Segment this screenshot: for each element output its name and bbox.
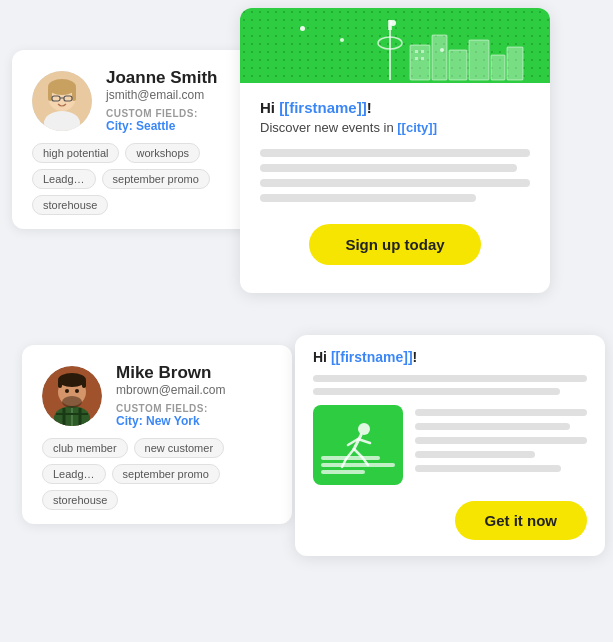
tag-1-2: Leadg…	[32, 169, 96, 189]
profile-custom-label-2: CUSTOM FIELDS:	[116, 403, 226, 414]
profile-custom-label-1: CUSTOM FIELDS:	[106, 108, 217, 119]
two-col-section	[313, 405, 587, 485]
svg-rect-13	[432, 35, 447, 80]
avatar-2	[42, 366, 102, 426]
svg-rect-19	[421, 50, 424, 53]
email-body-2: Hi [[firstname]]!	[295, 335, 605, 556]
svg-rect-12	[410, 45, 430, 80]
svg-rect-17	[507, 47, 523, 80]
tag-2-1: new customer	[134, 438, 224, 458]
svg-rect-31	[82, 380, 86, 388]
svg-line-42	[358, 439, 370, 443]
email-body-1: Hi [[firstname]]! Discover new events in…	[240, 83, 550, 293]
svg-point-32	[62, 396, 82, 408]
profile-info-2: Mike Brown mbrown@email.com CUSTOM FIELD…	[116, 363, 226, 428]
tag-1-4: storehouse	[32, 195, 108, 215]
svg-point-35	[358, 423, 370, 435]
svg-rect-30	[58, 380, 62, 388]
svg-rect-18	[415, 50, 418, 53]
cta-wrap-1: Sign up today	[260, 216, 530, 277]
profile-email-2: mbrown@email.com	[116, 383, 226, 397]
profile-custom-value-1: City: Seattle	[106, 119, 217, 133]
profile-card-2: Mike Brown mbrown@email.com CUSTOM FIELD…	[22, 345, 292, 524]
email-subtext-1: Discover new events in [[city]]	[260, 120, 530, 135]
svg-point-29	[58, 373, 86, 387]
tag-1-3: september promo	[102, 169, 210, 189]
profile-custom-value-2: City: New York	[116, 414, 226, 428]
svg-rect-14	[449, 50, 467, 80]
svg-rect-11	[388, 20, 392, 30]
avatar-1	[32, 71, 92, 131]
tag-2-0: club member	[42, 438, 128, 458]
email-greeting-1: Hi [[firstname]]!	[260, 99, 530, 116]
email-header-1	[240, 8, 550, 83]
signup-button[interactable]: Sign up today	[309, 224, 480, 265]
tags-2: club member new customer Leadg… septembe…	[42, 438, 272, 510]
profile-info-1: Joanne Smith jsmith@email.com CUSTOM FIE…	[106, 68, 217, 133]
tags-1: high potential workshops Leadg… septembe…	[32, 143, 252, 215]
right-placeholder-lines	[415, 405, 587, 485]
email-card-1: Hi [[firstname]]! Discover new events in…	[240, 8, 550, 293]
cta-wrap-2: Get it now	[313, 497, 587, 540]
svg-point-33	[65, 389, 69, 393]
tag-2-2: Leadg…	[42, 464, 106, 484]
getit-button[interactable]: Get it now	[455, 501, 588, 540]
svg-rect-20	[415, 57, 418, 60]
tag-2-3: september promo	[112, 464, 220, 484]
svg-rect-21	[421, 57, 424, 60]
svg-point-34	[75, 389, 79, 393]
email-card-2: Hi [[firstname]]!	[295, 335, 605, 556]
tag-2-4: storehouse	[42, 490, 118, 510]
tag-1-1: workshops	[125, 143, 200, 163]
green-image-block	[313, 405, 403, 485]
profile-name-2: Mike Brown	[116, 363, 226, 383]
svg-rect-16	[491, 55, 505, 80]
email-greeting-2: Hi [[firstname]]!	[313, 349, 587, 365]
svg-point-3	[48, 79, 76, 95]
tag-1-0: high potential	[32, 143, 119, 163]
profile-email-1: jsmith@email.com	[106, 88, 217, 102]
svg-rect-15	[469, 40, 489, 80]
profile-card-1: Joanne Smith jsmith@email.com CUSTOM FIE…	[12, 50, 272, 229]
city-skyline-icon	[360, 15, 540, 83]
placeholder-lines-1	[260, 149, 530, 202]
profile-name-1: Joanne Smith	[106, 68, 217, 88]
placeholder-lines-top-2	[313, 375, 587, 395]
